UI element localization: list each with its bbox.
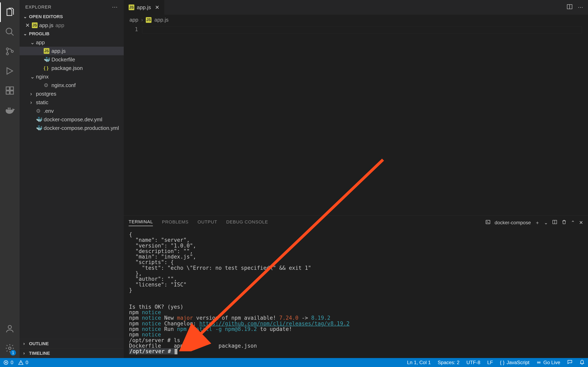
file-row[interactable]: { }package.json xyxy=(20,64,124,72)
editor-tab[interactable]: JS app.js ✕ xyxy=(124,0,164,15)
new-terminal-icon[interactable]: ＋ xyxy=(535,219,540,226)
status-spaces[interactable]: Spaces: 2 xyxy=(438,360,459,365)
file-row[interactable]: JSapp.js xyxy=(20,47,124,55)
file-row[interactable]: 🐳Dockerfile xyxy=(20,55,124,64)
status-encoding[interactable]: UTF-8 xyxy=(467,360,480,365)
tab-output[interactable]: OUTPUT xyxy=(198,219,217,226)
accounts-icon[interactable] xyxy=(0,319,20,338)
docker-icon: 🐳 xyxy=(36,117,42,122)
sidebar: EXPLORER ⋯ ⌄OPEN EDITORS ✕ JS app.js app… xyxy=(20,0,124,358)
activity-bar: 1 xyxy=(0,0,20,358)
open-editors-header[interactable]: ⌄OPEN EDITORS xyxy=(20,12,124,21)
terminal-dropdown-icon[interactable]: ⌄ xyxy=(544,220,548,225)
folder-row[interactable]: ›postgres xyxy=(20,90,124,98)
bottom-panel: TERMINAL PROBLEMS OUTPUT DEBUG CONSOLE d… xyxy=(124,215,588,358)
docker-icon[interactable] xyxy=(0,100,20,120)
status-language[interactable]: { }JavaScript xyxy=(500,360,530,365)
editor-tabs: JS app.js ✕ ⋯ xyxy=(124,0,588,15)
js-file-icon: JS xyxy=(44,48,49,54)
folder-row[interactable]: ⌄nginx xyxy=(20,72,124,81)
status-lncol[interactable]: Ln 1, Col 1 xyxy=(407,360,431,365)
chevron-down-icon: ⌄ xyxy=(30,39,36,46)
terminal-task-name[interactable]: docker-compose xyxy=(495,220,531,225)
tab-debug-console[interactable]: DEBUG CONSOLE xyxy=(226,219,268,226)
breadcrumbs[interactable]: app › JS app.js xyxy=(124,15,588,25)
line-gutter: 1 xyxy=(124,25,142,215)
status-golive[interactable]: Go Live xyxy=(536,360,560,365)
folder-row[interactable]: ›static xyxy=(20,98,124,107)
timeline-header[interactable]: ›TIMELINE xyxy=(20,349,124,358)
status-bar: 0 0 Ln 1, Col 1 Spaces: 2 UTF-8 LF { }Ja… xyxy=(0,358,588,367)
svg-rect-12 xyxy=(486,220,490,224)
tree-item-label: app.js xyxy=(52,48,66,54)
sidebar-more-icon[interactable]: ⋯ xyxy=(112,4,118,10)
sidebar-title: EXPLORER ⋯ xyxy=(20,0,124,12)
js-file-icon: JS xyxy=(129,4,134,10)
open-editor-item[interactable]: ✕ JS app.js app xyxy=(20,21,124,30)
gear-icon: ⚙ xyxy=(44,82,49,88)
file-dir: app xyxy=(55,22,64,29)
run-debug-icon[interactable] xyxy=(0,61,20,81)
svg-rect-5 xyxy=(10,87,13,90)
chevron-down-icon: ⌄ xyxy=(30,74,36,80)
close-tab-icon[interactable]: ✕ xyxy=(155,4,159,11)
svg-rect-7 xyxy=(10,91,13,94)
tree-item-label: postgres xyxy=(36,91,56,97)
extensions-icon[interactable] xyxy=(0,81,20,100)
tree-item-label: nginx xyxy=(36,74,49,80)
explorer-icon[interactable] xyxy=(0,2,20,22)
maximize-panel-icon[interactable]: ⌃ xyxy=(571,220,575,225)
settings-badge: 1 xyxy=(10,350,16,356)
file-row[interactable]: 🐳docker-compose.production.yml xyxy=(20,124,124,132)
file-row[interactable]: ⚙nginx.conf xyxy=(20,81,124,90)
docker-icon: 🐳 xyxy=(44,57,49,62)
chevron-right-icon: › xyxy=(30,99,36,106)
tree-item-label: package.json xyxy=(52,65,83,71)
folder-row[interactable]: ⌄app xyxy=(20,38,124,47)
active-line-highlight xyxy=(142,26,582,34)
split-terminal-icon[interactable] xyxy=(552,219,557,226)
code-editor[interactable]: 1 xyxy=(124,25,588,215)
file-row[interactable]: 🐳docker-compose.dev.yml xyxy=(20,115,124,124)
status-warnings[interactable]: 0 xyxy=(18,360,28,365)
open-editors-list: ✕ JS app.js app xyxy=(20,21,124,30)
status-feedback-icon[interactable] xyxy=(567,359,572,366)
breadcrumb-file[interactable]: app.js xyxy=(154,17,168,23)
svg-point-9 xyxy=(9,347,11,350)
tree-item-label: static xyxy=(36,99,48,106)
close-panel-icon[interactable]: ✕ xyxy=(579,220,583,225)
docker-icon: 🐳 xyxy=(36,125,42,131)
breadcrumb-folder[interactable]: app xyxy=(130,17,138,23)
kill-terminal-icon[interactable] xyxy=(562,219,567,226)
split-editor-icon[interactable] xyxy=(566,3,573,11)
close-icon[interactable]: ✕ xyxy=(25,22,32,29)
svg-point-8 xyxy=(8,325,11,329)
outline-header[interactable]: ›OUTLINE xyxy=(20,339,124,349)
tree-item-label: docker-compose.production.yml xyxy=(44,125,119,131)
terminal-task-icon xyxy=(485,219,491,226)
tree-item-label: app xyxy=(36,39,45,46)
tree-item-label: Dockerfile xyxy=(52,57,75,63)
status-errors[interactable]: 0 xyxy=(3,360,13,365)
status-bell-icon[interactable] xyxy=(579,359,585,366)
settings-gear-icon[interactable]: 1 xyxy=(0,338,20,358)
svg-point-2 xyxy=(6,53,8,55)
file-name: app.js xyxy=(39,22,53,29)
search-icon[interactable] xyxy=(0,22,20,42)
svg-point-15 xyxy=(538,362,539,363)
source-control-icon[interactable] xyxy=(0,42,20,61)
svg-rect-6 xyxy=(6,91,9,94)
tab-label: app.js xyxy=(137,4,151,11)
js-file-icon: JS xyxy=(146,17,151,23)
chevron-right-icon: › xyxy=(30,91,36,97)
panel-tabs: TERMINAL PROBLEMS OUTPUT DEBUG CONSOLE d… xyxy=(124,216,588,230)
tab-problems[interactable]: PROBLEMS xyxy=(162,219,189,226)
json-icon: { } xyxy=(44,65,49,71)
status-eol[interactable]: LF xyxy=(487,360,493,365)
tree-item-label: docker-compose.dev.yml xyxy=(44,117,102,123)
file-row[interactable]: ⚙.env xyxy=(20,107,124,115)
tab-terminal[interactable]: TERMINAL xyxy=(129,219,153,226)
workspace-header[interactable]: ⌄PROGLIB xyxy=(20,30,124,38)
terminal-output[interactable]: { "name": "server", "version": "1.0.0", … xyxy=(124,230,588,358)
tab-more-icon[interactable]: ⋯ xyxy=(578,4,583,11)
